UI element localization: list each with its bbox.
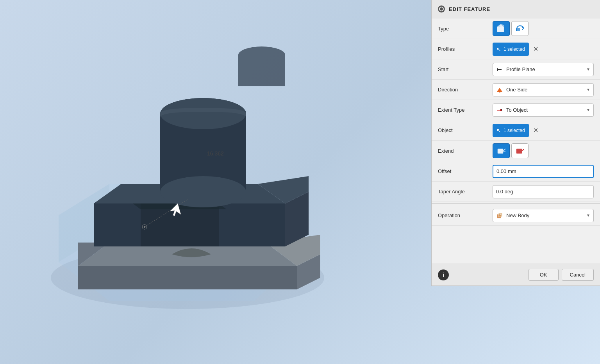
extend-btn-off[interactable] [511, 143, 529, 158]
new-body-icon: + [496, 212, 503, 219]
direction-dropdown-value: One Side [506, 87, 527, 93]
svg-text:+: + [500, 213, 502, 215]
taper-label: Taper Angle [438, 189, 493, 194]
svg-rect-14 [516, 28, 520, 31]
edit-feature-panel: EDIT FEATURE Type [431, 0, 600, 286]
offset-input[interactable] [493, 165, 594, 178]
direction-dropdown-content: One Side [496, 86, 527, 93]
operation-dropdown-content: + New Body [496, 212, 529, 219]
profiles-selected-btn[interactable]: ↖ 1 selected [493, 43, 529, 56]
svg-rect-6 [238, 55, 285, 86]
profiles-selected-text: 1 selected [504, 46, 525, 52]
start-label: Start [438, 66, 493, 72]
direction-label: Direction [438, 87, 493, 93]
taper-row: Taper Angle [432, 182, 600, 202]
panel-title: EDIT FEATURE [449, 6, 490, 12]
info-button[interactable]: i [438, 269, 449, 280]
object-label: Object [438, 127, 493, 133]
direction-dropdown[interactable]: One Side ▼ [493, 83, 594, 96]
start-dropdown-value: Profile Plane [506, 66, 535, 72]
extent-type-control: To Object ▼ [493, 103, 594, 117]
type-control [493, 21, 594, 36]
object-cursor-icon: ↖ [496, 127, 501, 134]
start-dropdown-arrow: ▼ [586, 67, 590, 71]
object-row: Object ↖ 1 selected ✕ [432, 120, 600, 141]
cursor-icon: ↖ [496, 46, 501, 52]
extent-type-dropdown-content: To Object [496, 107, 528, 114]
svg-point-4 [160, 98, 246, 129]
object-clear-btn[interactable]: ✕ [531, 126, 541, 135]
type-label: Type [438, 26, 493, 32]
operation-dropdown-arrow: ▼ [586, 213, 590, 218]
type-btn-extrude[interactable] [493, 21, 510, 36]
extent-type-dropdown[interactable]: To Object ▼ [493, 103, 594, 117]
start-row: Start Profile Plane ▼ [432, 59, 600, 80]
extent-type-dropdown-arrow: ▼ [586, 108, 590, 112]
svg-line-23 [503, 149, 505, 151]
type-buttons [493, 21, 529, 36]
type-row: Type [432, 18, 600, 39]
panel-footer: i OK Cancel [432, 264, 600, 285]
svg-point-9 [144, 226, 145, 228]
svg-rect-18 [499, 91, 500, 93]
svg-marker-17 [497, 88, 502, 92]
panel-body: Type [432, 18, 600, 264]
profiles-row: Profiles ↖ 1 selected ✕ [432, 39, 600, 59]
to-object-icon [496, 107, 503, 114]
direction-row: Direction One Side ▼ [432, 80, 600, 100]
operation-row: Operation + New Body ▼ [432, 205, 600, 226]
start-dropdown[interactable]: Profile Plane ▼ [493, 63, 594, 76]
offset-label: Offset [438, 168, 493, 174]
object-selected-text: 1 selected [504, 128, 525, 133]
profiles-control: ↖ 1 selected ✕ [493, 43, 594, 56]
cancel-button[interactable]: Cancel [562, 269, 594, 281]
offset-control [493, 165, 594, 178]
panel-header: EDIT FEATURE [432, 0, 600, 18]
ok-button[interactable]: OK [529, 269, 559, 281]
extend-btn-on[interactable] [493, 143, 510, 158]
extend-label: Extend [438, 148, 493, 154]
extent-type-label: Extent Type [438, 107, 493, 113]
taper-input[interactable] [493, 185, 594, 198]
footer-buttons: OK Cancel [529, 269, 594, 281]
profiles-label: Profiles [438, 46, 493, 52]
operation-dropdown-value: New Body [506, 212, 529, 218]
svg-marker-13 [500, 24, 504, 27]
object-selected-btn[interactable]: ↖ 1 selected [493, 124, 529, 137]
extend-row: Extend [432, 141, 600, 161]
svg-rect-10 [497, 27, 504, 32]
section-divider [432, 203, 600, 204]
object-control: ↖ 1 selected ✕ [493, 124, 594, 137]
taper-control [493, 185, 594, 198]
svg-rect-22 [498, 149, 503, 153]
operation-label: Operation [438, 212, 493, 218]
start-control: Profile Plane ▼ [493, 63, 594, 76]
extent-type-dropdown-value: To Object [506, 107, 528, 113]
svg-point-3 [160, 176, 246, 207]
one-side-icon [496, 86, 503, 93]
direction-dropdown-arrow: ▼ [586, 87, 590, 92]
direction-control: One Side ▼ [493, 83, 594, 96]
extend-control [493, 143, 594, 158]
operation-control: + New Body ▼ [493, 209, 594, 222]
type-btn-revolve[interactable] [511, 21, 529, 36]
extent-type-row: Extent Type To Object ▼ [432, 100, 600, 120]
profiles-clear-btn[interactable]: ✕ [531, 45, 541, 54]
svg-rect-25 [516, 149, 522, 153]
operation-dropdown[interactable]: + New Body ▼ [493, 209, 594, 222]
extend-buttons [493, 143, 529, 158]
offset-row: Offset [432, 161, 600, 182]
profile-plane-icon [496, 66, 503, 73]
start-dropdown-content: Profile Plane [496, 66, 535, 73]
panel-header-icon [438, 5, 445, 12]
